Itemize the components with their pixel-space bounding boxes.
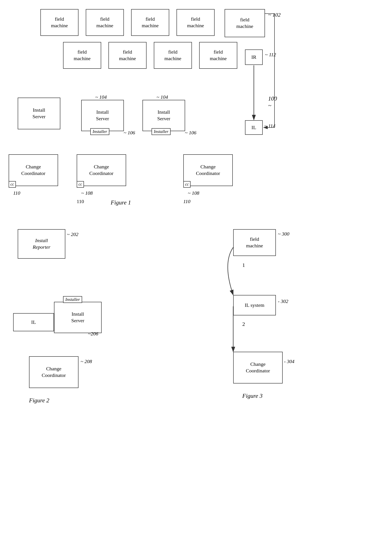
- ref-104-2: ~ 104: [156, 94, 168, 100]
- ref-110-2: 110: [77, 199, 84, 204]
- cc-label-2: cc: [77, 181, 84, 188]
- install-server-3: InstallServer: [142, 100, 185, 131]
- ref-110-1: 110: [13, 190, 20, 196]
- install-server-2: InstallServer: [81, 100, 124, 131]
- ref-106-1: ~ 106: [124, 130, 135, 136]
- ref-100: 100~: [268, 95, 277, 109]
- ref-106-2: ~ 106: [185, 130, 196, 136]
- change-coordinator-1: ChangeCoordinator: [9, 154, 58, 186]
- arrow2-label: 2: [242, 321, 245, 327]
- field-machine-r1c1: fieldmachine: [40, 9, 78, 36]
- ref-102: ~ 102: [268, 12, 281, 18]
- field-machine-r1c3: fieldmachine: [131, 9, 169, 36]
- figure3-label: Figure 3: [242, 392, 262, 399]
- ref-108-2: ~ 108: [188, 190, 199, 196]
- install-server-1: InstallServer: [18, 98, 60, 129]
- field-machine-r2c1: fieldmachine: [63, 42, 101, 69]
- change-coordinator-2: ChangeCoordinator: [77, 154, 126, 186]
- installer-tab-1: Installer: [90, 128, 109, 135]
- figure2-label: Figure 2: [29, 397, 49, 404]
- ref-206: ~206: [88, 331, 98, 337]
- page: fieldmachine fieldmachine fieldmachine f…: [0, 0, 392, 553]
- field-machine-fig3: fieldmachine: [233, 229, 276, 256]
- ref-104-1: ~ 104: [95, 94, 107, 100]
- ref-112: ~ 112: [265, 52, 276, 58]
- field-machine-r1c2: fieldmachine: [86, 9, 124, 36]
- change-coordinator-fig3: ChangeCoordinator: [233, 352, 283, 384]
- ref-108-1: ~ 108: [81, 190, 92, 196]
- field-machine-r2c2: fieldmachine: [108, 42, 147, 69]
- ref-114: ~ 114: [264, 123, 275, 129]
- field-machine-r2c4: fieldmachine: [199, 42, 237, 69]
- ref-302: - 302: [278, 298, 288, 304]
- cc-label-3: cc: [183, 181, 190, 188]
- install-reporter-fig2: InstallReporter: [18, 229, 65, 259]
- ref-202: ~ 202: [67, 231, 78, 237]
- cc-label-1: cc: [9, 181, 16, 188]
- figure1-label: Figure 1: [111, 199, 131, 206]
- ir-box: IR: [245, 49, 263, 65]
- ref-304: - 304: [284, 358, 294, 364]
- install-server-fig2: InstallServer: [54, 302, 102, 333]
- change-coordinator-fig2: ChangeCoordinator: [29, 356, 78, 388]
- field-machine-r1c4: fieldmachine: [176, 9, 215, 36]
- il-box-fig1: IL: [245, 120, 263, 135]
- field-machine-r2c3: fieldmachine: [154, 42, 192, 69]
- ref-110-3: 110: [183, 199, 190, 204]
- field-machine-r1c5: fieldmachine: [224, 9, 265, 37]
- change-coordinator-3: ChangeCoordinator: [183, 154, 233, 186]
- ref-208: ~ 208: [81, 358, 92, 364]
- installer-tab-2: Installer: [152, 128, 171, 135]
- il-system-fig3: IL system: [233, 295, 276, 315]
- arrow1-label: 1: [242, 262, 245, 268]
- il-fig2: IL: [13, 313, 54, 331]
- ref-300: ~ 300: [278, 231, 289, 237]
- installer-tab-fig2: Installer: [63, 296, 82, 303]
